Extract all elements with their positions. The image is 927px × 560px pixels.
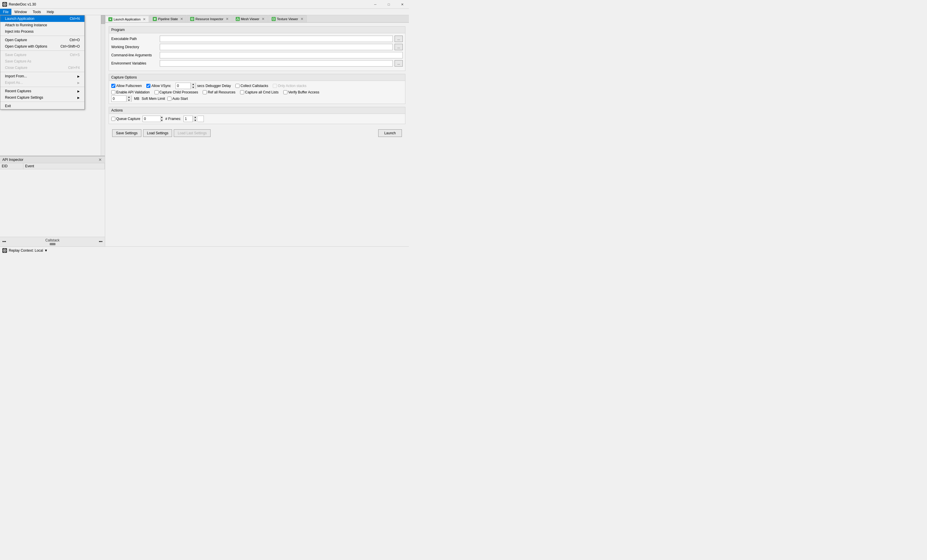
capture-child-processes-checkbox[interactable] bbox=[155, 90, 159, 94]
enable-api-validation-checkbox[interactable] bbox=[111, 90, 115, 94]
frames-count-input[interactable] bbox=[184, 116, 193, 122]
tab-pipeline-state[interactable]: Pipeline State ✕ bbox=[149, 15, 186, 22]
soft-mem-limit-up-button[interactable]: ▲ bbox=[126, 96, 131, 99]
col-header-event: Event bbox=[23, 163, 105, 169]
tab-mesh-viewer[interactable]: Mesh Viewer ✕ bbox=[233, 15, 268, 22]
executable-path-input[interactable] bbox=[160, 36, 393, 42]
frames-count-down-button[interactable]: ▼ bbox=[193, 119, 198, 122]
menu-item-launch-app[interactable]: Launch Application Ctrl+N bbox=[0, 15, 84, 22]
menu-item-open-capture-opts[interactable]: Open Capture with Options Ctrl+Shift+O bbox=[0, 43, 84, 50]
window-controls: ─ □ ✕ bbox=[369, 0, 409, 9]
env-vars-browse-button[interactable]: ... bbox=[395, 60, 403, 67]
dots-right[interactable]: ••• bbox=[99, 238, 102, 245]
allow-fullscreen-checkbox[interactable] bbox=[111, 84, 115, 88]
tab-icon-texture-viewer bbox=[272, 17, 276, 21]
menu-item-inject[interactable]: Inject into Process bbox=[0, 28, 84, 35]
close-button[interactable]: ✕ bbox=[395, 0, 409, 9]
debugger-delay-arrows: ▲ ▼ bbox=[190, 83, 196, 89]
working-dir-browse-button[interactable]: ... bbox=[395, 44, 403, 50]
program-section: Program Executable Path ... Working Dire… bbox=[109, 26, 406, 71]
file-dropdown-menu: Launch Application Ctrl+N Attach to Runn… bbox=[0, 15, 85, 109]
capture-all-cmd-lists-checkbox[interactable] bbox=[240, 90, 244, 94]
working-dir-label: Working Directory bbox=[111, 45, 158, 49]
menu-separator-2 bbox=[0, 50, 84, 51]
menu-help[interactable]: Help bbox=[44, 9, 57, 15]
tab-close-texture-viewer[interactable]: ✕ bbox=[301, 17, 304, 21]
allow-vsync-checkbox[interactable] bbox=[146, 84, 150, 88]
collect-callstacks-checkbox[interactable] bbox=[236, 84, 240, 88]
tab-resource-inspector[interactable]: Resource Inspector ✕ bbox=[187, 15, 232, 22]
capture-scrollbar[interactable] bbox=[101, 15, 105, 156]
tab-close-resource-inspector[interactable]: ✕ bbox=[226, 17, 229, 21]
maximize-button[interactable]: □ bbox=[382, 0, 395, 9]
frame-down-button[interactable]: ▼ bbox=[161, 119, 163, 122]
working-dir-input[interactable] bbox=[160, 44, 393, 50]
tab-close-launch-application[interactable]: ✕ bbox=[143, 17, 146, 21]
menu-item-recent-capture-settings[interactable]: Recent Capture Settings ▶ bbox=[0, 94, 84, 101]
menu-item-close-capture: Close Capture Ctrl+F4 bbox=[0, 65, 84, 71]
frame-up-button[interactable]: ▲ bbox=[161, 115, 163, 119]
menu-item-open-capture[interactable]: Open Capture Ctrl+O bbox=[0, 37, 84, 43]
frames-count-up-button[interactable]: ▲ bbox=[193, 115, 198, 119]
menu-item-attach[interactable]: Attach to Running Instance bbox=[0, 22, 84, 28]
program-section-title: Program bbox=[109, 27, 405, 33]
frame-spinbox[interactable]: ▲ ▼ bbox=[143, 115, 163, 122]
replay-context-dropdown[interactable]: Replay Context: Local ▼ bbox=[9, 249, 48, 253]
status-icon bbox=[2, 248, 7, 253]
debugger-delay-row: ▲ ▼ secs Debugger Delay bbox=[176, 83, 231, 89]
debugger-delay-spinbox[interactable]: ▲ ▼ bbox=[176, 83, 196, 89]
api-inspector-close-button[interactable]: ✕ bbox=[98, 157, 102, 162]
debugger-delay-down-button[interactable]: ▼ bbox=[191, 86, 196, 89]
soft-mem-limit-unit: MB bbox=[134, 97, 139, 101]
minimize-button[interactable]: ─ bbox=[369, 0, 382, 9]
queue-capture-checkbox[interactable] bbox=[111, 117, 115, 121]
tab-texture-viewer[interactable]: Texture Viewer ✕ bbox=[268, 15, 307, 22]
env-vars-label: Environment Variables bbox=[111, 61, 158, 65]
save-settings-button[interactable]: Save Settings bbox=[112, 129, 141, 137]
tab-icon-pipeline-state bbox=[153, 17, 157, 21]
soft-mem-limit-down-button[interactable]: ▼ bbox=[126, 99, 131, 102]
debugger-delay-unit-label: secs bbox=[197, 84, 204, 88]
cmd-args-row: Command-line Arguments bbox=[111, 52, 403, 58]
auto-start-checkbox[interactable] bbox=[167, 97, 172, 101]
only-action-stacks-label: Only Action stacks bbox=[278, 84, 306, 88]
menu-item-exit[interactable]: Exit bbox=[0, 103, 84, 109]
frame-input[interactable] bbox=[143, 116, 160, 122]
callstack-label[interactable]: Callstack bbox=[45, 238, 59, 242]
menu-window[interactable]: Window bbox=[11, 9, 30, 15]
ref-all-resources-checkbox[interactable] bbox=[203, 90, 207, 94]
launch-application-content: Program Executable Path ... Working Dire… bbox=[105, 23, 409, 246]
resize-handle[interactable] bbox=[50, 243, 55, 245]
verify-buffer-access-checkbox[interactable] bbox=[283, 90, 287, 94]
soft-mem-limit-spinbox[interactable]: ▲ ▼ bbox=[111, 96, 132, 102]
scrollbar-thumb[interactable] bbox=[101, 15, 105, 24]
bottom-buttons: Save Settings Load Settings Load Last Se… bbox=[109, 127, 406, 139]
menu-file[interactable]: File bbox=[0, 9, 11, 15]
tab-close-mesh-viewer[interactable]: ✕ bbox=[262, 17, 264, 21]
menu-item-recent-captures[interactable]: Recent Captures ▶ bbox=[0, 88, 84, 94]
enable-api-validation-option: Enable API Validation bbox=[111, 90, 150, 94]
launch-button[interactable]: Launch bbox=[378, 129, 402, 137]
working-dir-row: Working Directory ... bbox=[111, 44, 403, 50]
menu-item-import-from[interactable]: Import From... ▶ bbox=[0, 73, 84, 79]
frames-count-spinbox[interactable]: ▲ ▼ bbox=[184, 115, 204, 122]
panel-dots-bar: ••• Callstack ••• bbox=[0, 237, 105, 246]
debugger-delay-up-button[interactable]: ▲ bbox=[191, 83, 196, 86]
debugger-delay-input[interactable] bbox=[176, 83, 190, 89]
auto-start-option: Auto Start bbox=[167, 97, 188, 101]
capture-options-section: Capture Options Allow Fullscreen Allow V… bbox=[109, 74, 406, 104]
collect-callstacks-option: Collect Callstacks bbox=[236, 84, 268, 88]
tab-launch-application[interactable]: Launch Application ✕ bbox=[105, 16, 149, 23]
tab-close-pipeline-state[interactable]: ✕ bbox=[180, 17, 183, 21]
capture-child-processes-option: Capture Child Processes bbox=[155, 90, 198, 94]
cmd-args-input[interactable] bbox=[160, 52, 403, 58]
env-vars-input[interactable] bbox=[160, 60, 393, 67]
dots-left[interactable]: ••• bbox=[2, 238, 6, 245]
soft-mem-limit-input[interactable] bbox=[112, 96, 126, 102]
frame-arrows: ▲ ▼ bbox=[160, 115, 163, 122]
executable-path-browse-button[interactable]: ... bbox=[395, 36, 403, 42]
ref-all-resources-label: Ref all Resources bbox=[208, 90, 236, 94]
actions-section-title: Actions bbox=[109, 107, 405, 114]
menu-tools[interactable]: Tools bbox=[30, 9, 44, 15]
load-settings-button[interactable]: Load Settings bbox=[143, 129, 172, 137]
